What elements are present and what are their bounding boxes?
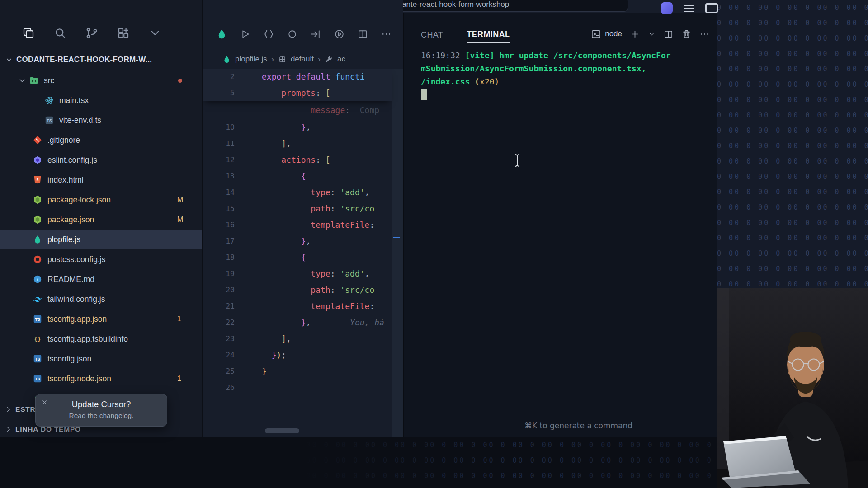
files-icon[interactable]: [22, 26, 35, 40]
circle-icon[interactable]: [287, 28, 298, 40]
file-name: index.html: [47, 175, 84, 185]
breadcrumb-item[interactable]: ac: [337, 55, 345, 64]
run-all-icon[interactable]: [334, 28, 345, 40]
more-icon[interactable]: [381, 28, 392, 40]
file-row-tsconfig.json[interactable]: TStsconfig.json: [0, 349, 202, 369]
code-line-13[interactable]: 13 {: [203, 168, 392, 184]
code-line-21[interactable]: 21 templateFile:: [203, 298, 392, 314]
code-line-11[interactable]: 11 ],: [203, 136, 392, 152]
extensions-icon[interactable]: [117, 26, 130, 40]
terminal-output[interactable]: 16:19:32 [vite] hmr update /src/componen…: [421, 49, 713, 88]
line-number: 25: [203, 363, 246, 380]
terminal-profile[interactable]: node: [591, 29, 622, 39]
more-actions-icon[interactable]: [699, 29, 710, 39]
chevron-down-icon[interactable]: [148, 26, 162, 40]
menubar-lines-icon[interactable]: [684, 2, 694, 14]
sticky-scroll: 2export default functi5 prompts: [: [203, 69, 392, 101]
line-number: 10: [203, 119, 246, 136]
terminal-dropdown-icon[interactable]: [648, 30, 656, 38]
code-line-2[interactable]: 2export default functi: [203, 69, 392, 85]
wallpaper-pattern-row: 0 00 0 00 0 00 0 00 0 00 0 00 0 00 0 00 …: [717, 61, 868, 77]
file-row-main.tsx[interactable]: main.tsx: [0, 90, 202, 110]
tsconfig-icon: TS: [33, 354, 42, 364]
line-number: 5: [203, 85, 246, 101]
file-row-index.html[interactable]: 5index.html: [0, 170, 202, 190]
code-line-17[interactable]: 17 },: [203, 233, 392, 249]
file-row-tsconfig.app.json[interactable]: TStsconfig.app.json1: [0, 309, 202, 329]
file-row-eslint.config.js[interactable]: eslint.config.js: [0, 150, 202, 170]
kill-terminal-icon[interactable]: [681, 29, 692, 39]
breadcrumb-item[interactable]: plopfile.js: [235, 55, 267, 64]
code-line-22[interactable]: 22 }, You, há: [203, 314, 392, 331]
terminal-cursor: [421, 89, 427, 100]
explorer-header[interactable]: CODANTE-REACT-HOOK-FORM-W...: [5, 51, 152, 69]
terminal-profile-label: node: [605, 29, 622, 38]
file-row-.gitignore[interactable]: .gitignore: [0, 130, 202, 150]
file-row-package.json[interactable]: package.jsonM: [0, 210, 202, 230]
source-control-icon[interactable]: [85, 26, 99, 40]
file-row-package-lock.json[interactable]: package-lock.jsonM: [0, 190, 202, 210]
panel-tabs: CHATTERMINAL: [421, 23, 510, 45]
svg-text:TS: TS: [47, 118, 52, 123]
code-line-23[interactable]: 23 ],: [203, 331, 392, 347]
new-terminal-icon[interactable]: [630, 29, 640, 39]
code-text: type: 'add',: [246, 266, 369, 282]
code-line-25[interactable]: 25}: [203, 363, 392, 380]
code-editor[interactable]: 2export default functi5 prompts: [ messa…: [203, 69, 403, 437]
wallpaper-pattern-row: 0 00 0 00 0 00 0 00 0 00 0 00 0 00 0 00 …: [717, 0, 868, 15]
folder-src-icon: [29, 75, 39, 85]
file-name: plopfile.js: [47, 235, 80, 244]
file-name: .gitignore: [47, 136, 80, 145]
menubar-icons: [661, 2, 718, 14]
search-icon[interactable]: [53, 26, 67, 40]
panel-tab-chat[interactable]: CHAT: [421, 26, 443, 42]
goto-icon[interactable]: [310, 28, 321, 40]
code-line-12[interactable]: 12 actions: [: [203, 152, 392, 168]
notification-title: Update Cursor?: [36, 399, 167, 409]
file-name: package-lock.json: [47, 195, 111, 205]
close-icon[interactable]: [41, 399, 48, 406]
plop-icon[interactable]: [216, 28, 227, 40]
menubar-app-icon[interactable]: [661, 2, 673, 14]
panel-tab-terminal[interactable]: TERMINAL: [467, 25, 510, 43]
menubar-window-icon[interactable]: [705, 3, 718, 13]
file-row-postcss.config.js[interactable]: postcss.config.js: [0, 249, 202, 269]
code-line-16[interactable]: 16 templateFile:: [203, 217, 392, 233]
code-line-18[interactable]: 18 {: [203, 249, 392, 266]
file-row-vite-env.d.ts[interactable]: TSvite-env.d.ts: [0, 110, 202, 130]
code-line-15[interactable]: 15 path: 'src/co: [203, 201, 392, 217]
chevron-right-icon: [5, 405, 13, 413]
split-editor-icon[interactable]: [357, 28, 368, 40]
code-line-20[interactable]: 20 path: 'src/co: [203, 282, 392, 298]
code-line-14[interactable]: 14 type: 'add',: [203, 184, 392, 201]
breadcrumb-item[interactable]: default: [291, 55, 314, 64]
file-row-tsconfig.app.tsbuildinfo[interactable]: {}tsconfig.app.tsbuildinfo: [0, 329, 202, 349]
code-line-5[interactable]: 5 prompts: [: [203, 85, 392, 101]
code-line-10[interactable]: 10 },: [203, 119, 392, 136]
notification-link[interactable]: Read the changelog.: [36, 412, 167, 420]
line-number: 16: [203, 217, 246, 233]
code-text: },: [246, 119, 311, 136]
wallpaper-pattern-row: 0 00 0 00 0 00 0 00 0 00 0 00 0 00 0 00 …: [717, 31, 868, 46]
code-line-19[interactable]: 19 type: 'add',: [203, 266, 392, 282]
mouse-cursor-ibeam: [514, 154, 521, 167]
editor-horizontal-scrollbar[interactable]: [265, 428, 299, 433]
wallpaper-pattern-row: 0 00 0 00 0 00 0 00 0 00 0 00 0 00 0 00 …: [717, 200, 868, 215]
file-row-tailwind.config.js[interactable]: tailwind.config.js: [0, 289, 202, 309]
file-row-src[interactable]: src: [0, 70, 202, 90]
file-name: tailwind.config.js: [47, 295, 105, 304]
code-line-faded[interactable]: message: Comp: [203, 101, 392, 119]
split-terminal-icon[interactable]: [663, 29, 674, 39]
file-name: tsconfig.app.json: [47, 314, 107, 324]
compare-icon[interactable]: [263, 28, 274, 40]
code-line-26[interactable]: 26: [203, 380, 392, 396]
file-row-plopfile.js[interactable]: plopfile.js: [0, 230, 202, 249]
activity-bar: [22, 26, 162, 40]
symbol-box-icon: [278, 55, 287, 64]
file-row-README.md[interactable]: iREADME.md: [0, 269, 202, 289]
chevron-down-icon: [5, 55, 14, 64]
minimap[interactable]: [392, 69, 403, 437]
code-line-24[interactable]: 24 });: [203, 347, 392, 363]
run-icon[interactable]: [240, 28, 251, 40]
file-row-tsconfig.node.json[interactable]: TStsconfig.node.json1: [0, 369, 202, 389]
